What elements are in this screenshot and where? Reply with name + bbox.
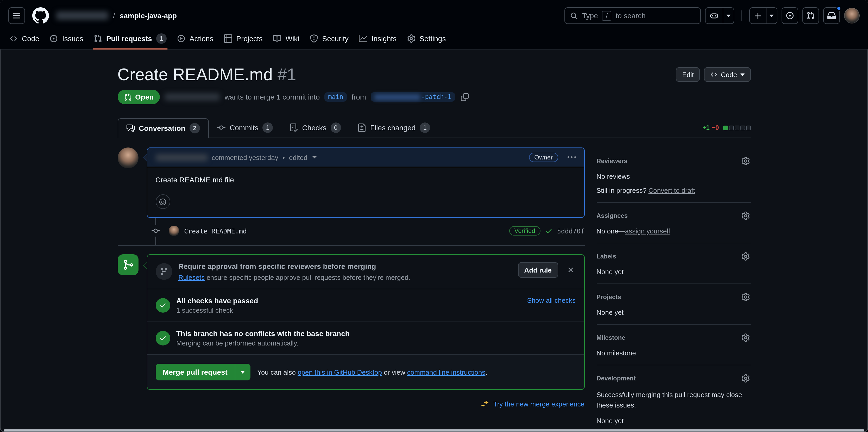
comment-options-button[interactable] (565, 152, 578, 163)
tab-checks[interactable]: Checks 0 (281, 118, 349, 138)
git-commit-icon (217, 123, 225, 132)
file-diff-icon (358, 123, 366, 132)
gear-icon (741, 334, 749, 342)
dismiss-banner-button[interactable] (565, 265, 576, 275)
code-dropdown-button[interactable]: Code (704, 67, 751, 82)
repo-nav-actions[interactable]: Actions (173, 31, 218, 47)
merge-status-section: Require approval from specific reviewers… (117, 254, 585, 390)
issue-opened-icon (786, 11, 794, 20)
repo-nav-wiki[interactable]: Wiki (269, 31, 304, 47)
repo-name-link[interactable]: sample-java-app (120, 11, 177, 20)
git-merge-icon (122, 259, 133, 270)
commit-sha-link[interactable]: 5ddd70f (557, 227, 585, 235)
assignees-gear-button[interactable] (740, 210, 751, 221)
gear-icon (741, 211, 749, 220)
labels-gear-button[interactable] (740, 251, 751, 262)
milestone-gear-button[interactable] (740, 333, 751, 343)
search-input[interactable]: Type / to search (564, 7, 701, 24)
copilot-dropdown[interactable] (723, 8, 734, 24)
edit-button[interactable]: Edit (676, 67, 700, 82)
pr-author-redacted[interactable] (165, 93, 220, 100)
repo-nav-code[interactable]: Code (5, 31, 43, 47)
assign-yourself-link[interactable]: assign yourself (625, 227, 670, 235)
committer-avatar[interactable] (168, 226, 179, 236)
command-line-instructions-link[interactable]: command line instructions (407, 368, 486, 376)
reviewers-value: No reviews (596, 172, 751, 180)
pr-content: Create README.md #1 Edit Code Open wants… (117, 65, 751, 425)
your-pull-requests-button[interactable] (802, 7, 819, 24)
hamburger-menu-button[interactable] (8, 7, 25, 24)
your-issues-button[interactable] (781, 7, 798, 24)
sidebar-assignees: Assignees No one—assign yourself (596, 210, 751, 235)
repo-nav-insights[interactable]: Insights (355, 31, 401, 47)
try-new-merge-link[interactable]: Try the new merge experience (493, 400, 585, 408)
rulesets-link[interactable]: Rulesets (178, 273, 205, 281)
create-new-button[interactable] (749, 7, 777, 24)
github-mark-icon (32, 7, 49, 24)
edited-label[interactable]: edited (289, 153, 307, 161)
search-placeholder-suffix: to search (616, 11, 646, 20)
repo-nav-pull-requests[interactable]: Pull requests 1 (90, 31, 171, 47)
merge-pull-request-button[interactable]: Merge pull request (155, 364, 250, 380)
base-branch-label[interactable]: main (324, 92, 347, 102)
tab-commits[interactable]: Commits 1 (209, 118, 281, 138)
checks-subtitle: 1 successful check (176, 307, 258, 314)
rule-banner: Require approval from specific reviewers… (147, 255, 584, 289)
sidebar-divider (596, 202, 751, 203)
merge-options-dropdown[interactable] (235, 364, 250, 380)
gear-icon (407, 34, 415, 43)
add-rule-button[interactable]: Add rule (518, 262, 558, 278)
sidebar-development: Development Successfully merging this pu… (596, 373, 751, 425)
author-avatar[interactable] (117, 147, 138, 168)
gear-icon (741, 157, 749, 165)
repo-nav-security[interactable]: Security (306, 31, 353, 47)
shield-icon (310, 34, 318, 43)
pr-number: #1 (278, 65, 296, 84)
tab-conversation[interactable]: Conversation 2 (117, 118, 209, 138)
github-logo[interactable] (32, 7, 49, 24)
reviewers-gear-button[interactable] (740, 156, 751, 166)
pr-title: Create README.md #1 (117, 65, 296, 84)
head-branch-label[interactable]: -patch-1 (371, 92, 455, 102)
git-pull-request-icon (124, 93, 131, 101)
verified-badge[interactable]: Verified (509, 226, 540, 235)
copilot-icon (710, 11, 719, 20)
comment-author-redacted[interactable] (155, 154, 208, 161)
convert-to-draft-link[interactable]: Convert to draft (648, 186, 695, 194)
projects-gear-button[interactable] (740, 292, 751, 302)
comment-header: commented yesterday • edited Owner (147, 148, 584, 167)
chevron-down-icon[interactable] (313, 156, 317, 159)
copilot-button[interactable] (705, 7, 734, 24)
diffstat-blocks (723, 125, 751, 130)
book-icon (273, 34, 281, 43)
inbox-icon (827, 11, 836, 20)
rule-banner-title: Require approval from specific reviewers… (178, 262, 410, 270)
search-placeholder-prefix: Type (582, 11, 598, 20)
app-header: / sample-java-app Type / to search (0, 0, 868, 50)
repo-nav-issues[interactable]: Issues (45, 31, 88, 47)
no-conflicts-icon (155, 331, 170, 345)
add-reaction-button[interactable] (155, 194, 170, 209)
show-all-checks-link[interactable]: Show all checks (527, 296, 576, 304)
inbox-button[interactable] (823, 7, 840, 24)
checks-passed-icon (155, 298, 170, 313)
conflicts-title: This branch has no conflicts with the ba… (176, 329, 350, 338)
copy-branch-button[interactable] (460, 92, 470, 102)
tab-files-changed[interactable]: Files changed 1 (349, 118, 438, 138)
slash-key-hint: / (602, 11, 612, 21)
pr-status-row: Open wants to merge 1 commit into main f… (117, 90, 751, 104)
user-avatar[interactable] (844, 8, 860, 24)
repo-owner-redacted[interactable] (56, 11, 108, 20)
development-gear-button[interactable] (740, 373, 751, 383)
sidebar-milestone: Milestone No milestone (596, 333, 751, 357)
chevron-down-icon (740, 73, 744, 76)
gear-icon (741, 293, 749, 301)
lines-added: +1 (703, 124, 709, 131)
repo-nav-projects[interactable]: Projects (220, 31, 267, 47)
github-desktop-link[interactable]: open this in GitHub Desktop (298, 368, 382, 376)
repo-nav-settings[interactable]: Settings (403, 31, 450, 47)
commit-message-link[interactable]: Create README.md (184, 227, 247, 235)
alternative-merge-text: You can also open this in GitHub Desktop… (257, 368, 487, 376)
rule-icon-circle (155, 263, 172, 280)
window-bottom-edge (4, 429, 864, 431)
